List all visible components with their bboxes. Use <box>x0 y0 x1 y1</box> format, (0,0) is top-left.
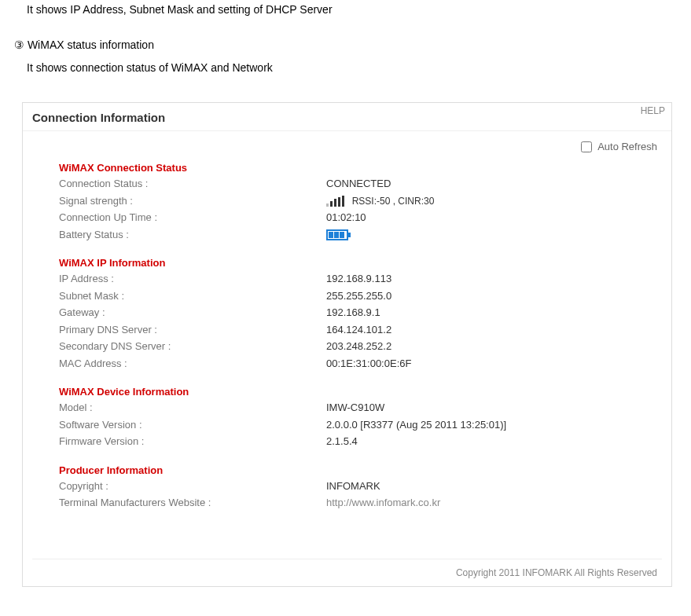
value-software-version: 2.0.0.0 [R3377 (Aug 25 2011 13:25:01)] <box>326 417 654 433</box>
row-software-version: Software Version : 2.0.0.0 [R3377 (Aug 2… <box>59 416 654 434</box>
row-subnet-mask: Subnet Mask : 255.255.255.0 <box>59 288 654 305</box>
help-link[interactable]: HELP <box>641 105 665 116</box>
label-producer-website: Terminal Manufacturers Website : <box>59 495 326 511</box>
value-gateway: 192.168.9.1 <box>326 305 654 321</box>
label-signal-strength: Signal strength : <box>59 193 326 209</box>
value-mac-address: 00:1E:31:00:0E:6F <box>326 356 654 372</box>
doc-text-line: It shows IP Address, Subnet Mask and set… <box>0 0 691 35</box>
footer-copyright: Copyright 2011 INFOMARK All Rights Reser… <box>32 559 662 581</box>
label-connection-uptime: Connection Up Time : <box>59 210 326 226</box>
label-firmware-version: Firmware Version : <box>59 434 326 449</box>
section-heading-producer-info: Producer Information <box>59 461 654 478</box>
section-heading-connection-status: WiMAX Connection Status <box>59 159 654 175</box>
label-mac-address: MAC Address : <box>59 356 326 372</box>
value-model: IMW-C910W <box>326 400 654 416</box>
label-battery-status: Battery Status : <box>59 227 326 243</box>
section-heading-device-info: WiMAX Device Information <box>59 383 654 399</box>
value-connection-uptime: 01:02:10 <box>326 210 654 226</box>
doc-text-description: It shows connection status of WiMAX and … <box>0 58 691 94</box>
value-firmware-version: 2.1.5.4 <box>326 434 654 449</box>
value-producer-copyright: INFOMARK <box>326 478 654 494</box>
label-gateway: Gateway : <box>59 305 326 321</box>
row-ip-address: IP Address : 192.168.9.113 <box>59 270 654 288</box>
auto-refresh-row: Auto Refresh <box>32 139 662 160</box>
panel-body: Auto Refresh WiMAX Connection Status Con… <box>23 131 671 586</box>
doc-numbered-heading: ③ WiMAX status information <box>0 35 691 58</box>
row-secondary-dns: Secondary DNS Server : 203.248.252.2 <box>59 338 654 355</box>
value-signal-strength: RSSI:-50 , CINR:30 <box>326 193 654 209</box>
label-producer-copyright: Copyright : <box>59 478 326 494</box>
signal-text: RSSI:-50 , CINR:30 <box>352 194 435 208</box>
value-battery-status <box>326 227 654 243</box>
label-connection-status: Connection Status : <box>59 176 326 192</box>
value-subnet-mask: 255.255.255.0 <box>326 288 654 304</box>
connection-info-panel: HELP Connection Information Auto Refresh… <box>22 102 672 587</box>
row-producer-copyright: Copyright : INFOMARK <box>59 478 654 495</box>
battery-icon <box>326 229 348 240</box>
label-ip-address: IP Address : <box>59 271 326 287</box>
auto-refresh-label: Auto Refresh <box>597 141 657 152</box>
row-producer-website: Terminal Manufacturers Website : http://… <box>59 494 654 512</box>
auto-refresh-checkbox[interactable] <box>581 141 592 152</box>
row-connection-status: Connection Status : CONNECTED <box>59 175 654 192</box>
row-firmware-version: Firmware Version : 2.1.5.4 <box>59 433 654 450</box>
row-signal-strength: Signal strength : RSSI:-50 , CINR:30 <box>59 192 654 210</box>
label-primary-dns: Primary DNS Server : <box>59 322 326 338</box>
value-secondary-dns: 203.248.252.2 <box>326 339 654 354</box>
row-mac-address: MAC Address : 00:1E:31:00:0E:6F <box>59 355 654 372</box>
label-secondary-dns: Secondary DNS Server : <box>59 339 326 354</box>
panel-title: Connection Information <box>23 103 671 131</box>
label-software-version: Software Version : <box>59 417 326 433</box>
value-primary-dns: 164.124.101.2 <box>326 322 654 338</box>
signal-icon <box>326 196 344 207</box>
row-connection-uptime: Connection Up Time : 01:02:10 <box>59 209 654 226</box>
row-primary-dns: Primary DNS Server : 164.124.101.2 <box>59 321 654 339</box>
row-model: Model : IMW-C910W <box>59 399 654 416</box>
value-connection-status: CONNECTED <box>326 176 654 192</box>
row-gateway: Gateway : 192.168.9.1 <box>59 304 654 321</box>
label-subnet-mask: Subnet Mask : <box>59 288 326 304</box>
value-producer-website[interactable]: http://www.infomark.co.kr <box>326 495 654 511</box>
value-ip-address: 192.168.9.113 <box>326 271 654 287</box>
row-battery-status: Battery Status : <box>59 226 654 244</box>
label-model: Model : <box>59 400 326 416</box>
content-indent: WiMAX Connection Status Connection Statu… <box>32 159 662 512</box>
section-heading-ip-info: WiMAX IP Information <box>59 254 654 270</box>
